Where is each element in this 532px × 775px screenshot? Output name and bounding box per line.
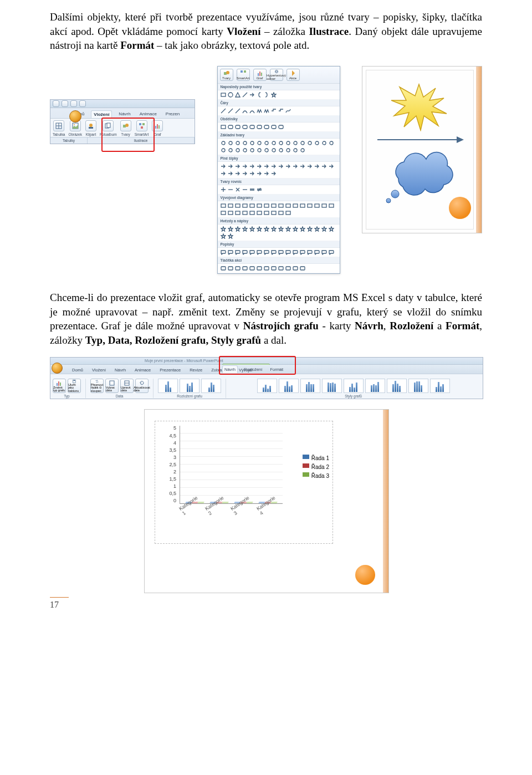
svg-point-46 <box>250 141 254 145</box>
svg-point-130 <box>386 198 391 203</box>
shape-glyph-icon <box>249 249 255 255</box>
tab-vlozeni: Vložení <box>91 110 112 118</box>
bold: Nástrojích grafu <box>243 320 319 332</box>
shape-glyph-icon <box>293 147 298 153</box>
shape-glyph-icon <box>278 164 284 169</box>
ribbon-item-tabulka: Tabulka <box>53 120 65 136</box>
shape-glyph-icon <box>249 108 255 114</box>
svg-rect-70 <box>221 204 226 207</box>
svg-rect-93 <box>272 211 276 215</box>
ribbon-item-fotoalbum: Fotoalbum <box>100 120 117 136</box>
svg-rect-14 <box>155 126 156 129</box>
svg-point-52 <box>294 141 297 145</box>
svg-point-10 <box>125 124 129 127</box>
shapes-row <box>218 185 340 195</box>
svg-rect-77 <box>272 204 276 207</box>
chart-icon <box>152 120 163 131</box>
svg-point-60 <box>236 149 239 152</box>
group-rozlozeni: Rozložení grafu <box>158 379 226 398</box>
shape-glyph-icon <box>221 266 226 271</box>
svg-rect-125 <box>300 267 305 270</box>
svg-marker-106 <box>293 227 298 231</box>
shapes-section-title: Hvězdy a nápisy <box>218 218 340 225</box>
svg-rect-12 <box>142 123 145 125</box>
shape-glyph-icon <box>235 203 241 208</box>
style-thumb-icon <box>300 379 320 393</box>
shape-glyph-icon <box>264 147 269 153</box>
svg-rect-23 <box>261 73 262 76</box>
shape-glyph-icon <box>264 164 269 169</box>
shape-glyph-icon <box>307 249 313 255</box>
shape-glyph-icon <box>307 164 313 169</box>
style-thumb-icon <box>279 379 299 393</box>
refresh-data-icon: Aktualizovat data <box>135 379 149 393</box>
shape-glyph-icon <box>257 147 262 153</box>
shape-glyph-icon <box>249 140 255 146</box>
svg-point-56 <box>323 141 326 145</box>
legend-item: Řada 2 <box>303 463 329 470</box>
shape-glyph-icon <box>293 249 298 255</box>
svg-marker-105 <box>286 227 290 231</box>
shapes-section-title: Vývojové diagramy <box>218 195 340 201</box>
svg-rect-76 <box>264 204 269 207</box>
shape-glyph-icon <box>321 249 327 255</box>
shape-glyph-icon <box>300 203 305 208</box>
shape-glyph-icon <box>257 124 262 130</box>
svg-point-63 <box>258 149 261 152</box>
shape-glyph-icon <box>300 226 305 232</box>
shape-glyph-icon <box>242 92 248 98</box>
svg-rect-25 <box>221 93 226 96</box>
shape-glyph-icon <box>271 147 277 153</box>
svg-point-48 <box>265 141 268 145</box>
shape-glyph-icon <box>307 203 313 208</box>
svg-rect-83 <box>315 204 319 207</box>
shape-glyph-icon <box>228 226 233 232</box>
shape-glyph-icon <box>300 164 305 169</box>
ctxtab-navrh: Návrh <box>222 365 238 373</box>
svg-marker-27 <box>236 93 240 97</box>
shape-glyph-icon <box>285 249 291 255</box>
svg-rect-79 <box>286 204 290 207</box>
shape-glyph-icon <box>228 164 233 169</box>
shapes-row <box>218 248 340 257</box>
shape-glyph-icon <box>271 92 277 98</box>
svg-rect-85 <box>329 204 334 207</box>
svg-rect-75 <box>257 204 262 207</box>
style-thumb-icon <box>387 379 407 393</box>
svg-line-31 <box>228 109 233 113</box>
shape-glyph-icon <box>242 124 248 130</box>
shape-glyph-icon <box>221 233 226 239</box>
shape-glyph-icon <box>257 187 262 192</box>
svg-rect-89 <box>243 211 247 215</box>
svg-rect-123 <box>286 267 290 270</box>
svg-rect-118 <box>250 267 254 270</box>
shapes-section-title: Obdélníky <box>218 116 340 123</box>
svg-line-30 <box>221 109 226 113</box>
svg-point-62 <box>250 149 254 152</box>
shape-glyph-icon <box>293 140 298 146</box>
shape-glyph-icon <box>264 226 269 232</box>
tab-animace: Animace <box>133 366 152 374</box>
shape-glyph-icon <box>235 249 241 255</box>
svg-marker-96 <box>221 227 226 231</box>
shape-glyph-icon <box>257 92 262 98</box>
shape-glyph-icon <box>249 266 255 271</box>
shape-glyph-icon <box>271 164 277 169</box>
svg-marker-109 <box>315 227 319 231</box>
svg-marker-111 <box>329 227 334 231</box>
svg-rect-121 <box>272 267 276 270</box>
tab-navrh: Návrh <box>113 366 127 374</box>
ribbon-item-smartart: SmartArt <box>135 120 149 136</box>
smartart-icon: SmartArt <box>237 69 250 81</box>
layout-thumb-icon <box>201 379 221 393</box>
svg-marker-103 <box>272 227 276 231</box>
style-thumb-icon <box>257 379 277 393</box>
doc-title: Moje první prezentace - Microsoft PowerP… <box>145 359 223 363</box>
shape-glyph-icon <box>329 140 334 146</box>
svg-rect-33 <box>221 125 226 129</box>
tab-prezentace: Prezentace <box>158 366 182 374</box>
shape-glyph-icon <box>235 210 241 216</box>
shape-glyph-icon <box>300 140 305 146</box>
shapes-row <box>218 162 340 179</box>
legend-item: Řada 1 <box>303 455 329 461</box>
